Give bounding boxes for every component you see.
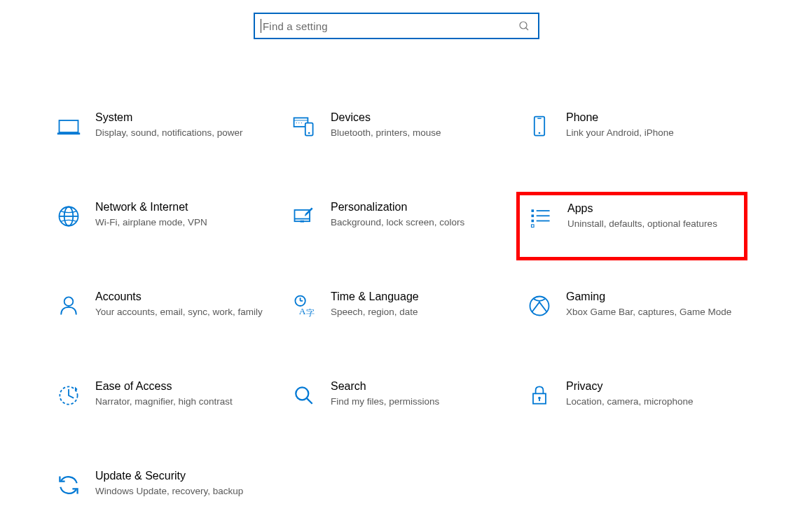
- search-icon: [518, 20, 530, 31]
- tile-text: Accounts Your accounts, email, sync, wor…: [95, 289, 268, 318]
- tile-text: Network & Internet Wi-Fi, airplane mode,…: [95, 200, 268, 229]
- tile-accounts[interactable]: Accounts Your accounts, email, sync, wor…: [46, 281, 277, 350]
- tile-text: Privacy Location, camera, microphone: [566, 379, 738, 408]
- tile-desc: Location, camera, microphone: [566, 396, 738, 408]
- tile-gaming[interactable]: Gaming Xbox Game Bar, captures, Game Mod…: [516, 281, 747, 350]
- paintbrush-icon: [290, 202, 318, 230]
- tile-personalization[interactable]: Personalization Background, lock screen,…: [281, 192, 512, 260]
- tile-title: Accounts: [95, 290, 268, 303]
- tile-desc: Your accounts, email, sync, work, family: [95, 306, 268, 318]
- tile-devices[interactable]: Devices Bluetooth, printers, mouse: [281, 102, 512, 171]
- tile-text: Personalization Background, lock screen,…: [331, 200, 503, 229]
- globe-icon: [55, 202, 83, 230]
- tile-privacy[interactable]: Privacy Location, camera, microphone: [516, 371, 747, 440]
- tile-title: Apps: [567, 202, 737, 215]
- time-language-icon: [290, 292, 318, 320]
- tile-desc: Narrator, magnifier, high contrast: [95, 396, 268, 408]
- person-icon: [55, 292, 83, 320]
- laptop-icon: [55, 113, 83, 141]
- tile-desc: Windows Update, recovery, backup: [95, 485, 268, 498]
- tile-title: Ease of Access: [95, 380, 268, 393]
- tile-text: Gaming Xbox Game Bar, captures, Game Mod…: [566, 289, 738, 318]
- tile-title: Personalization: [331, 201, 503, 214]
- tile-text: Apps Uninstall, defaults, optional featu…: [567, 201, 737, 230]
- search-container: Find a setting: [254, 13, 539, 39]
- search-placeholder: Find a setting: [263, 20, 518, 32]
- tile-title: Search: [331, 380, 503, 393]
- tile-title: Devices: [331, 111, 503, 124]
- xbox-icon: [525, 292, 553, 320]
- devices-icon: [290, 113, 318, 141]
- tile-desc: Wi-Fi, airplane mode, VPN: [95, 216, 268, 229]
- tile-text: Devices Bluetooth, printers, mouse: [331, 110, 503, 139]
- tile-desc: Display, sound, notifications, power: [95, 127, 268, 139]
- tile-update-security[interactable]: Update & Security Windows Update, recove…: [46, 461, 277, 529]
- tile-apps[interactable]: Apps Uninstall, defaults, optional featu…: [516, 192, 747, 260]
- phone-icon: [525, 113, 553, 141]
- sync-arrows-icon: [55, 471, 83, 499]
- tile-desc: Bluetooth, printers, mouse: [331, 127, 503, 139]
- tile-text: Phone Link your Android, iPhone: [566, 110, 738, 139]
- search-input[interactable]: Find a setting: [254, 13, 539, 39]
- search-category-icon: [290, 382, 318, 410]
- tile-network[interactable]: Network & Internet Wi-Fi, airplane mode,…: [46, 192, 277, 260]
- tile-system[interactable]: System Display, sound, notifications, po…: [46, 102, 277, 171]
- lock-icon: [525, 382, 553, 410]
- tile-title: Gaming: [566, 290, 738, 303]
- text-cursor: [261, 19, 261, 33]
- tile-text: System Display, sound, notifications, po…: [95, 110, 268, 139]
- tile-title: Update & Security: [95, 470, 268, 482]
- settings-grid: System Display, sound, notifications, po…: [0, 102, 793, 529]
- tile-ease-of-access[interactable]: Ease of Access Narrator, magnifier, high…: [46, 371, 277, 440]
- tile-phone[interactable]: Phone Link your Android, iPhone: [516, 102, 747, 171]
- tile-desc: Background, lock screen, colors: [331, 216, 503, 229]
- tile-title: System: [95, 111, 268, 124]
- tile-desc: Speech, region, date: [331, 306, 503, 318]
- tile-desc: Find my files, permissions: [331, 396, 503, 408]
- tile-text: Ease of Access Narrator, magnifier, high…: [95, 379, 268, 408]
- tile-search[interactable]: Search Find my files, permissions: [281, 371, 512, 440]
- tile-text: Update & Security Windows Update, recove…: [95, 468, 268, 498]
- tile-text: Time & Language Speech, region, date: [331, 289, 503, 318]
- tile-text: Search Find my files, permissions: [331, 379, 503, 408]
- tile-title: Phone: [566, 111, 738, 124]
- tile-title: Network & Internet: [95, 201, 268, 214]
- tile-time-language[interactable]: Time & Language Speech, region, date: [281, 281, 512, 350]
- apps-list-icon: [527, 204, 555, 232]
- ease-of-access-icon: [55, 382, 83, 410]
- tile-desc: Xbox Game Bar, captures, Game Mode: [566, 306, 738, 318]
- tile-desc: Link your Android, iPhone: [566, 127, 738, 139]
- tile-title: Privacy: [566, 380, 738, 393]
- tile-title: Time & Language: [331, 290, 503, 303]
- tile-desc: Uninstall, defaults, optional features: [567, 218, 737, 230]
